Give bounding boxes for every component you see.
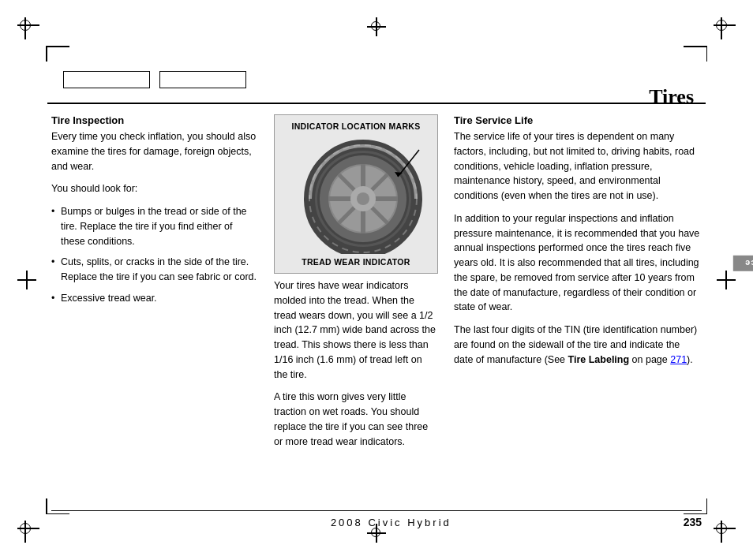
- crosshair-left-icon: [17, 271, 36, 289]
- footer: 2008 Civic Hybrid 235: [51, 510, 702, 528]
- tire-service-para3: The last four digits of the TIN (tire id…: [454, 323, 702, 367]
- tire-diagram-box: INDICATOR LOCATION MARKS: [274, 114, 438, 274]
- page-link-271[interactable]: 271: [670, 354, 687, 365]
- tab-boxes: [63, 71, 246, 88]
- tire-inspection-intro: Every time you check inflation, you shou…: [51, 129, 258, 174]
- reg-mark-tl: [17, 17, 39, 39]
- tire-labeling-bold: Tire Labeling: [568, 354, 630, 365]
- right-column: Tire Service Life The service life of yo…: [446, 114, 702, 509]
- tire-service-para1: The service life of your tires is depend…: [454, 129, 702, 203]
- bullet-item-3: Excessive tread wear.: [51, 291, 258, 306]
- tire-service-para2: In addition to your regular inspections …: [454, 211, 702, 315]
- bullet-item-1: Bumps or bulges in the tread or side of …: [51, 204, 258, 248]
- tire-inspection-bullets: Bumps or bulges in the tread or side of …: [51, 204, 258, 306]
- tread-wear-indicator-label: TREAD WEAR INDICATOR: [281, 257, 431, 267]
- tread-indicator-text-1: Your tires have wear indicators molded i…: [274, 278, 438, 382]
- maintenance-tab: Maintenance: [733, 256, 753, 271]
- tread-indicator-text-2: A tire this worn gives very little tract…: [274, 390, 438, 449]
- tire-service-title: Tire Service Life: [454, 114, 702, 126]
- indicator-location-label: INDICATOR LOCATION MARKS: [281, 121, 431, 131]
- para3-end: on page: [629, 354, 670, 365]
- middle-column: INDICATOR LOCATION MARKS: [266, 114, 446, 509]
- footer-page-number: 235: [684, 516, 702, 528]
- bullet-item-2: Cuts, splits, or cracks in the side of t…: [51, 255, 258, 285]
- tire-inspection-title: Tire Inspection: [51, 114, 258, 126]
- tab-box-2: [159, 71, 246, 88]
- header-rule: [47, 103, 706, 104]
- content-area: Tire Inspection Every time you check inf…: [51, 114, 702, 509]
- footer-center-text: 2008 Civic Hybrid: [331, 517, 451, 528]
- reg-mark-br: [714, 521, 736, 543]
- crosshair-top-icon: [367, 17, 386, 36]
- page-title: Tires: [649, 85, 694, 109]
- crosshair-right-icon: [717, 271, 736, 289]
- para3-close: ).: [687, 354, 693, 365]
- reg-mark-tr: [714, 17, 736, 39]
- tire-diagram-svg: [281, 136, 445, 254]
- reg-mark-bl: [17, 521, 39, 543]
- look-for-text: You should look for:: [51, 181, 258, 196]
- svg-point-12: [357, 192, 369, 205]
- left-column: Tire Inspection Every time you check inf…: [51, 114, 266, 509]
- tab-box-1: [63, 71, 150, 88]
